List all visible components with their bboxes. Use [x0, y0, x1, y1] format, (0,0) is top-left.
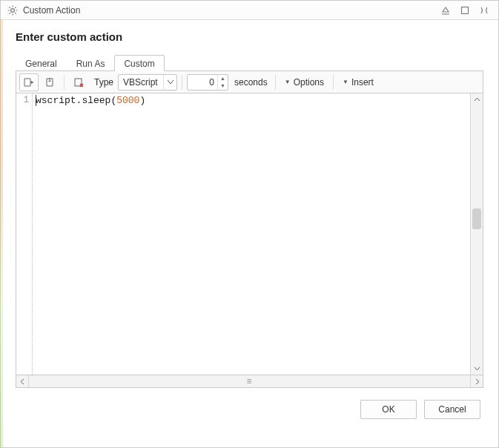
tab-custom[interactable]: Custom [114, 55, 164, 71]
code-editor[interactable]: 1 wscript.sleep(5000) [16, 93, 483, 375]
divider [64, 75, 65, 90]
delay-value[interactable]: 0 [188, 75, 217, 90]
spinner-down-icon[interactable]: ▼ [218, 82, 228, 90]
options-menu[interactable]: ▼ Options [280, 73, 328, 91]
scroll-thumb[interactable] [472, 208, 481, 229]
scroll-down-icon[interactable] [471, 362, 483, 375]
code-number: 5000 [116, 95, 139, 106]
scroll-track[interactable]: ≡ [29, 375, 470, 387]
maximize-button[interactable] [457, 4, 473, 17]
divider [182, 75, 182, 90]
chevron-down-icon: ▼ [343, 79, 348, 85]
chevron-down-icon: ▼ [285, 79, 291, 85]
spinner-up-icon[interactable]: ▲ [218, 75, 228, 82]
insert-label: Insert [351, 77, 374, 88]
tab-runas[interactable]: Run As [67, 55, 115, 71]
collapse-button[interactable] [437, 4, 454, 17]
window-title: Custom Action [23, 5, 434, 16]
gear-icon [7, 4, 19, 16]
code-text: wscript.sleep( [36, 95, 116, 106]
seconds-label: seconds [230, 77, 271, 88]
horizontal-scrollbar[interactable]: ≡ [16, 375, 483, 388]
line-number: 1 [16, 95, 29, 105]
svg-point-0 [11, 8, 15, 12]
import-button[interactable] [19, 73, 39, 91]
cancel-button[interactable]: Cancel [424, 400, 480, 419]
clear-button[interactable] [69, 73, 88, 91]
scroll-right-icon[interactable] [470, 375, 483, 387]
dialog-button-row: OK Cancel [16, 388, 483, 419]
type-combo-value: VBScript [119, 77, 163, 88]
chevron-down-icon[interactable] [163, 75, 176, 90]
toolbar: Type VBScript 0 ▲ ▼ seconds ▼ Options ▼ … [16, 71, 483, 93]
export-button[interactable] [40, 73, 59, 91]
code-text: ) [139, 95, 145, 106]
type-label: Type [90, 77, 116, 88]
grip-icon: ≡ [246, 376, 252, 386]
divider [333, 75, 334, 90]
scroll-up-icon[interactable] [471, 93, 483, 106]
insert-menu[interactable]: ▼ Insert [338, 73, 378, 91]
type-combo[interactable]: VBScript [118, 74, 177, 90]
gutter: 1 [16, 93, 33, 375]
tab-general[interactable]: General [16, 55, 67, 71]
scroll-left-icon[interactable] [16, 375, 29, 387]
page-heading: Enter custom action [16, 30, 483, 43]
tab-bar: General Run As Custom [16, 53, 483, 71]
options-label: Options [294, 77, 324, 88]
svg-rect-2 [462, 7, 469, 13]
delay-spinner[interactable]: 0 ▲ ▼ [187, 74, 228, 90]
code-area[interactable]: wscript.sleep(5000) [33, 93, 470, 375]
vertical-scrollbar[interactable] [470, 93, 483, 375]
close-button[interactable] [476, 4, 492, 17]
titlebar: Custom Action [1, 1, 498, 20]
ok-button[interactable]: OK [360, 400, 417, 419]
divider [275, 75, 276, 90]
